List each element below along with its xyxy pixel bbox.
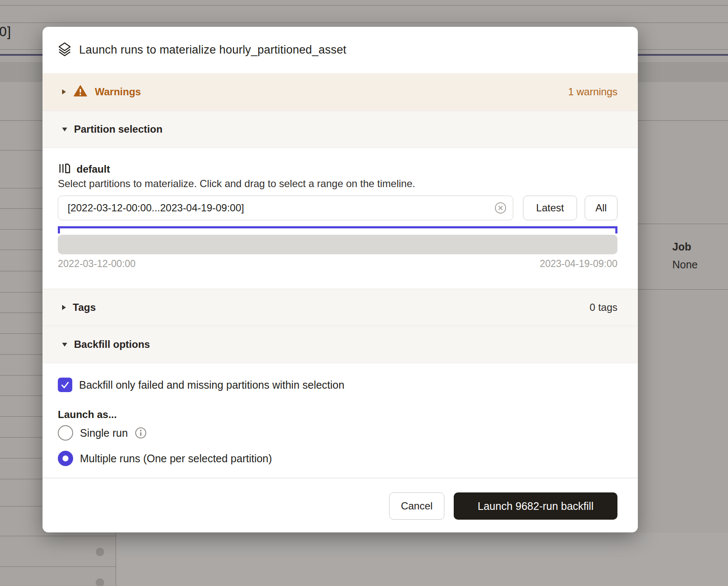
bg-row-line (0, 479, 43, 479)
single-run-radio[interactable] (58, 425, 73, 441)
backfill-only-failed-checkbox[interactable] (58, 378, 72, 392)
bg-row-line (0, 208, 43, 209)
all-button[interactable]: All (585, 196, 617, 220)
bg-row-line (0, 292, 43, 293)
chevron-right-icon (62, 305, 66, 310)
bg-row-line (0, 437, 43, 438)
bg-row-line (0, 250, 43, 250)
backfill-options-section-header[interactable]: Backfill options (43, 326, 638, 363)
launch-backfill-dialog: Launch runs to materialize hourly_partit… (43, 27, 638, 532)
chevron-down-icon (62, 343, 67, 347)
bg-row-line (0, 354, 43, 355)
multiple-runs-option-row: Multiple runs (One per selected partitio… (58, 451, 272, 466)
timeline-date-labels: 2022-03-12-00:00 2023-04-19-09:00 (58, 258, 617, 270)
dialog-title: Launch runs to materialize hourly_partit… (79, 43, 347, 57)
multiple-runs-radio[interactable] (58, 451, 73, 466)
timeline-selection-range[interactable] (58, 226, 617, 228)
partition-range-input-wrap (58, 196, 513, 220)
bg-row-line (0, 458, 43, 458)
bg-lower-panel (116, 533, 728, 586)
partition-selection-section-header[interactable]: Partition selection (43, 111, 638, 148)
multiple-runs-label: Multiple runs (One per selected partitio… (80, 452, 272, 465)
dialog-title-bar: Launch runs to materialize hourly_partit… (43, 27, 638, 73)
partition-range-input[interactable] (58, 196, 513, 220)
bg-row-line (638, 289, 728, 290)
single-run-option-row: Single run (58, 425, 147, 441)
launch-backfill-button[interactable]: Launch 9682-run backfill (454, 492, 617, 520)
partition-selection-header-label: Partition selection (74, 123, 162, 135)
bg-row-line (0, 271, 43, 271)
bg-row-line (0, 536, 116, 536)
clear-input-icon[interactable] (495, 202, 506, 214)
bg-row-line (0, 23, 728, 23)
bg-job-column-header: Job (672, 241, 691, 253)
bg-row-line (0, 566, 116, 567)
tags-header-label: Tags (73, 302, 96, 313)
warnings-count: 1 warnings (568, 86, 617, 98)
bg-job-column-value: None (672, 259, 698, 271)
latest-button[interactable]: Latest (523, 196, 577, 220)
cancel-button[interactable]: Cancel (389, 492, 444, 520)
bg-row-line (0, 313, 43, 313)
warnings-label: Warnings (95, 86, 141, 98)
bg-row-line (0, 188, 43, 188)
timeline-partition-bar[interactable] (58, 235, 617, 254)
bg-row-line (0, 150, 43, 151)
bg-row-line (0, 506, 43, 506)
backfill-only-failed-row: Backfill only failed and missing partiti… (58, 378, 344, 392)
timeline-start-date: 2022-03-12-00:00 (58, 258, 136, 270)
partition-description: Select partitions to materialize. Click … (58, 178, 415, 190)
bg-row-line (0, 5, 728, 6)
launch-as-label: Launch as... (58, 409, 117, 421)
bg-row-line (0, 229, 43, 230)
bg-status-dot (96, 578, 104, 586)
bg-row-line (638, 224, 728, 224)
timeline-end-date: 2023-04-19-09:00 (540, 258, 617, 270)
partition-dimension-row: default (58, 162, 110, 176)
bg-partial-text: [0] (0, 24, 11, 40)
info-icon[interactable] (135, 427, 147, 439)
chevron-right-icon (62, 89, 66, 94)
tags-count: 0 tags (590, 302, 617, 313)
bg-column-divider (116, 533, 116, 586)
bg-row-line (0, 375, 43, 375)
backfill-options-header-label: Backfill options (74, 339, 150, 350)
bg-status-dot (96, 548, 104, 556)
materialize-layers-icon (58, 42, 71, 58)
single-run-label: Single run (80, 427, 128, 439)
bg-row-line (0, 395, 43, 396)
warnings-section-header[interactable]: Warnings 1 warnings (43, 73, 638, 111)
bg-row-line (0, 333, 43, 334)
partition-icon (58, 162, 71, 176)
backfill-only-failed-label: Backfill only failed and missing partiti… (79, 379, 344, 391)
tags-section-header[interactable]: Tags 0 tags (43, 289, 638, 326)
bg-row-line (0, 416, 43, 417)
footer-divider (43, 478, 638, 478)
warning-triangle-icon (74, 85, 87, 99)
chevron-down-icon (62, 128, 67, 131)
partition-dimension-name: default (77, 163, 110, 175)
